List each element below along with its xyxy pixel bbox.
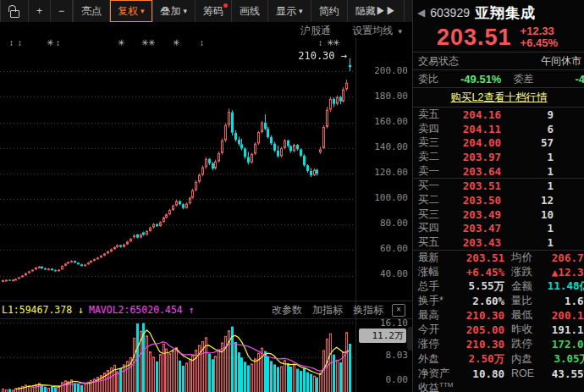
detail-row: 最新203.51均价206.76 xyxy=(413,251,584,265)
bid-levels: 买一203.511买二203.5012买三203.4910买四203.471买五… xyxy=(413,179,584,249)
detail-cell: 200.10 xyxy=(547,309,584,322)
toolbar-button[interactable]: 隐藏▶▶ xyxy=(348,0,405,22)
bid-level-row[interactable]: 买一203.511 xyxy=(413,179,584,193)
weibi-value: -49.51% xyxy=(460,73,501,86)
unlock-icon xyxy=(8,5,20,17)
toolbar-button[interactable]: 复权▾ xyxy=(110,0,153,22)
ask-level-row[interactable]: 卖三204.0057 xyxy=(413,135,584,150)
bid-level-row[interactable]: 买五203.431 xyxy=(413,235,584,250)
detail-cell: 量比 xyxy=(511,294,547,308)
detail-cell: 金额 xyxy=(511,279,547,294)
event-marker-icon[interactable]: ↕ xyxy=(56,39,60,47)
event-marker-icon[interactable]: ↕ xyxy=(18,39,22,47)
level-label: 卖四 xyxy=(418,122,445,136)
level-label: 买三 xyxy=(418,207,445,222)
toolbar-button[interactable]: 简约 xyxy=(311,0,348,22)
event-marker-icon[interactable]: ✳ xyxy=(47,39,53,47)
level-label: 买五 xyxy=(418,235,445,250)
indicator-bar: L1:59467.378 ↓ MAVOL2:65020.454 ↑ 改参数 加指… xyxy=(0,301,412,318)
toolbar-button-group: 亮点复权▾叠加▾筹码画线显示▾简约隐藏▶▶ xyxy=(73,0,405,22)
arrow-down-icon: ↓ xyxy=(78,304,84,316)
bid-level-row[interactable]: 买四203.471 xyxy=(413,222,584,236)
unlock-button[interactable] xyxy=(0,0,29,22)
detail-cell: 最高 xyxy=(418,308,462,323)
event-marker-icon[interactable]: ✳ xyxy=(173,39,179,47)
zoom-in-button[interactable]: + xyxy=(29,0,51,22)
toolbar-button[interactable]: 画线 xyxy=(232,0,268,22)
level-label: 卖一 xyxy=(418,164,445,179)
chevron-down-icon: ▾ xyxy=(398,27,402,36)
stock-name: 亚翔集成 xyxy=(475,3,536,23)
price-axis-label: 40.00 xyxy=(355,268,408,279)
price-axis-label: 100.00 xyxy=(355,192,408,203)
toolbar-button[interactable]: 亮点 xyxy=(73,0,110,22)
bid-level-row[interactable]: 买二203.5012 xyxy=(413,193,584,207)
switch-indicator-button[interactable]: 换指标 xyxy=(353,303,383,317)
volume-chart[interactable] xyxy=(0,319,355,392)
level-qty: 57 xyxy=(501,136,554,149)
price-change: +12.33 xyxy=(521,25,558,37)
level-price: 203.51 xyxy=(445,179,501,192)
detail-cell: 最新 xyxy=(418,251,462,265)
detail-cell: 净资产 xyxy=(418,367,462,381)
mavol2-value: MAVOL2:65020.454 ↑ xyxy=(89,304,195,316)
volume-axis-label: 16.10 xyxy=(355,317,408,329)
detail-row: 收益TTM xyxy=(413,381,584,392)
price-axis-label: 180.00 xyxy=(355,91,408,102)
l2-quote-link[interactable]: 购买L2查看十档行情 xyxy=(413,88,584,107)
event-marker-icon[interactable]: ↕ xyxy=(318,39,322,47)
toolbar-button[interactable]: 筹码 xyxy=(196,0,232,22)
detail-row: 今开205.00昨收191.18 xyxy=(413,323,584,337)
bid-level-row[interactable]: 买三203.4910 xyxy=(413,207,584,222)
ma-settings-button[interactable]: 设置均线 ▾ xyxy=(352,24,402,38)
notification-dot xyxy=(223,3,228,8)
price-block: 203.51 +12.33 +6.45% xyxy=(413,23,584,52)
toolbar-button[interactable]: 显示▾ xyxy=(268,0,311,22)
price-axis-label: 200.00 xyxy=(355,65,408,76)
arrow-up-icon: ↑ xyxy=(189,304,195,316)
detail-row: 换手*2.60%量比1.63 xyxy=(413,294,584,308)
close-indicator-button[interactable]: × xyxy=(392,304,405,317)
back-icon[interactable]: ◀ xyxy=(417,7,425,19)
detail-cell: 均价 xyxy=(511,251,547,265)
level-label: 买一 xyxy=(418,179,445,193)
trading-status-row: 交易状态 午间休市 xyxy=(413,52,584,69)
ask-level-row[interactable]: 卖四204.116 xyxy=(413,122,584,136)
detail-cell: 210.30 xyxy=(462,338,504,351)
event-marker-icon[interactable]: ↕ xyxy=(9,39,14,47)
level-label: 卖五 xyxy=(418,108,445,122)
candlestick-chart[interactable] xyxy=(0,38,355,301)
hugutong-badge: 沪股通 xyxy=(300,24,331,38)
toolbar-button[interactable]: 叠加▾ xyxy=(153,0,196,22)
detail-cell: 2.50万 xyxy=(462,352,504,367)
ask-level-row[interactable]: 卖一203.641 xyxy=(413,164,584,179)
event-marker-icon[interactable]: ✳ xyxy=(118,39,124,47)
level-price: 203.97 xyxy=(445,151,501,163)
detail-cell: 205.00 xyxy=(462,323,504,336)
detail-cell: 最低 xyxy=(511,308,547,323)
level-qty: 1 xyxy=(501,151,554,163)
event-marker-icon[interactable]: ✳ xyxy=(148,39,155,47)
level-label: 卖二 xyxy=(418,150,445,164)
level-qty: 10 xyxy=(501,208,554,221)
detail-cell: 3.05万 xyxy=(547,352,584,367)
detail-cell: 5.55万 xyxy=(462,279,504,294)
level-price: 204.16 xyxy=(445,108,501,121)
current-volume-badge: 11.2万 xyxy=(359,329,406,343)
price-change-pct: +6.45% xyxy=(521,37,558,49)
ask-level-row[interactable]: 卖二203.971 xyxy=(413,150,584,164)
level-price: 203.43 xyxy=(445,236,501,249)
panel-collapse-handle[interactable] xyxy=(407,327,412,351)
ask-level-row[interactable]: 卖五204.169 xyxy=(413,108,584,122)
add-indicator-button[interactable]: 加指标 xyxy=(312,303,343,317)
event-marker-icon[interactable]: ↕ xyxy=(200,39,204,47)
level-qty: 1 xyxy=(501,179,554,192)
edit-params-button[interactable]: 改参数 xyxy=(272,303,302,317)
level-qty: 1 xyxy=(501,165,554,178)
level-price: 203.64 xyxy=(445,165,501,178)
detail-cell: ROE xyxy=(511,367,547,379)
event-marker-icon[interactable]: ✳ xyxy=(333,39,339,47)
zoom-out-button[interactable]: − xyxy=(51,0,73,22)
weicha-value: -4 xyxy=(575,73,584,86)
volume-axis-label: 8.03 xyxy=(355,350,408,361)
